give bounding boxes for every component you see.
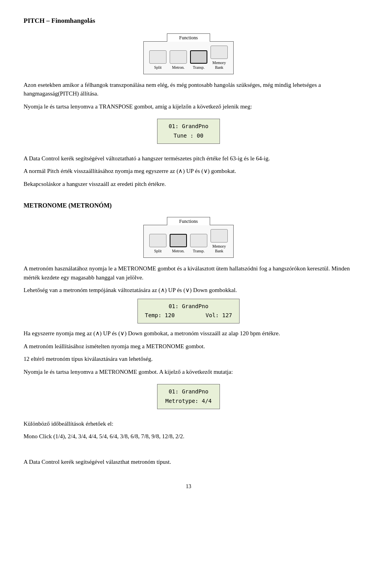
fn-btn-label-split-2: Split xyxy=(154,249,162,254)
paragraph-7: Lehetőség van a metronóm tempójának vált… xyxy=(24,286,353,295)
fn-btn-transp-1: Transp. xyxy=(190,50,207,70)
paragraph-6: A metronóm használatához nyomja le a MET… xyxy=(24,264,353,282)
fn-btn-memory-2: MemoryBank xyxy=(210,229,228,254)
fn-btn-box-memory-1 xyxy=(210,46,228,59)
fn-btn-box-transp-2 xyxy=(190,234,207,247)
section2-title: METRONOME (METRONÓM) xyxy=(24,201,353,210)
fn-btn-metron-2: Metron. xyxy=(170,234,187,254)
display-wrap-3: 01: GrandPno Metrotype: 4/4 xyxy=(24,380,353,414)
fn-btn-box-split-2 xyxy=(149,234,167,247)
paragraph-13: Mono Click (1/4), 2/4, 3/4, 4/4, 5/4, 6/… xyxy=(24,432,353,441)
functions-diagram-1: Functions Split Metron. Transp. MemoryBa… xyxy=(126,33,251,74)
fn-btn-label-memory-2: MemoryBank xyxy=(212,244,226,254)
display-2-top: 01: GrandPno xyxy=(145,302,232,311)
functions-diagram-2: Functions Split Metron. Transp. MemoryBa… xyxy=(126,217,251,258)
display-wrap-1: 01: GrandPno Tune : 00 xyxy=(24,115,353,149)
functions-buttons-1: Split Metron. Transp. MemoryBank xyxy=(143,41,234,74)
fn-btn-label-split-1: Split xyxy=(154,65,162,70)
functions-label-2: Functions xyxy=(167,217,210,225)
fn-btn-transp-2: Transp. xyxy=(190,234,207,254)
paragraph-11: Nyomja le és tartsa lenyomva a METRONOME… xyxy=(24,368,353,377)
fn-btn-split-2: Split xyxy=(149,234,167,254)
fn-btn-box-metron-2 xyxy=(170,234,187,247)
functions-label-1: Functions xyxy=(167,33,210,42)
fn-btn-box-memory-2 xyxy=(210,229,228,243)
display-1-line1: 01: GrandPno xyxy=(165,122,212,131)
paragraph-1: Azon esetekben amikor a félhangok transz… xyxy=(24,81,353,98)
fn-btn-label-memory-1: MemoryBank xyxy=(212,61,226,70)
fn-btn-label-metron-1: Metron. xyxy=(172,65,185,70)
paragraph-2: Nyomja le és tartsa lenyomva a TRANSPOSE… xyxy=(24,102,353,111)
display-2-left: Temp: 120 xyxy=(145,311,175,320)
display-2-right: Vol: 127 xyxy=(206,311,232,320)
display-wrap-2: 01: GrandPno Temp: 120 Vol: 127 xyxy=(24,299,353,324)
fn-btn-label-transp-2: Transp. xyxy=(193,249,205,254)
display-box-1: 01: GrandPno Tune : 00 xyxy=(157,119,220,144)
display-3-line2: Metrotype: 4/4 xyxy=(165,397,212,406)
fn-btn-box-transp-1 xyxy=(190,50,207,64)
fn-btn-metron-1: Metron. xyxy=(170,50,187,70)
display-2-bottom-row: Temp: 120 Vol: 127 xyxy=(145,311,232,320)
fn-btn-label-transp-1: Transp. xyxy=(193,65,205,70)
display-box-3: 01: GrandPno Metrotype: 4/4 xyxy=(157,384,220,409)
paragraph-3: A Data Control kerék segítségével változ… xyxy=(24,154,353,163)
fn-btn-split-1: Split xyxy=(149,50,167,70)
fn-btn-box-metron-1 xyxy=(170,50,187,64)
functions-buttons-2: Split Metron. Transp. MemoryBank xyxy=(143,225,234,258)
display-3-line1: 01: GrandPno xyxy=(165,387,212,397)
paragraph-12: Különböző időbeállítások érhetőek el: xyxy=(24,419,353,428)
display-1-line2: Tune : 00 xyxy=(165,131,212,141)
page-number: 13 xyxy=(24,482,353,491)
paragraph-5: Bekapcsoláskor a hangszer visszaáll az e… xyxy=(24,180,353,189)
display-box-2: 01: GrandPno Temp: 120 Vol: 127 xyxy=(137,299,240,324)
fn-btn-box-split-1 xyxy=(149,50,167,64)
paragraph-4: A normál Pitch érték visszaállításához n… xyxy=(24,167,353,176)
paragraph-9: A metronóm leállításához ismételten nyom… xyxy=(24,342,353,351)
fn-btn-memory-1: MemoryBank xyxy=(210,46,228,70)
page-title: PITCH – Finomhangolás xyxy=(24,16,353,26)
paragraph-8: Ha egyszerre nyomja meg az (∧) UP és (∨)… xyxy=(24,329,353,338)
paragraph-14: A Data Control kerék segítségével válasz… xyxy=(24,458,353,467)
fn-btn-label-metron-2: Metron. xyxy=(172,249,185,254)
paragraph-10: 12 eltérő metronóm típus kiválasztására … xyxy=(24,355,353,364)
